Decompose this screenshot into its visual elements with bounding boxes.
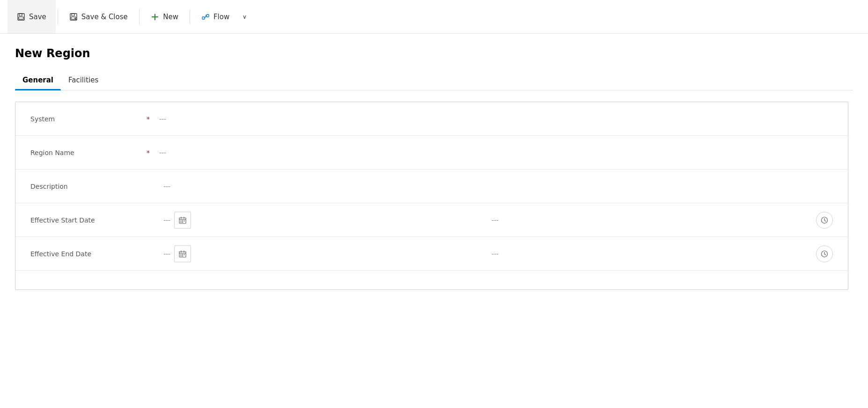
svg-rect-30 xyxy=(182,255,183,256)
region-name-value[interactable]: --- xyxy=(150,149,833,156)
page-title: New Region xyxy=(15,47,853,60)
system-row: System * --- xyxy=(15,102,848,136)
save-label: Save xyxy=(29,13,46,21)
save-close-icon xyxy=(69,13,78,21)
effective-end-time-button[interactable] xyxy=(816,245,833,262)
flow-icon xyxy=(201,13,210,21)
new-button[interactable]: + New xyxy=(141,0,188,33)
effective-end-date-row: Effective End Date --- xyxy=(15,237,848,271)
effective-start-time-value[interactable]: --- xyxy=(492,216,812,224)
tab-general[interactable]: General xyxy=(15,71,61,90)
svg-rect-14 xyxy=(181,220,182,221)
region-name-required-indicator: * xyxy=(147,149,150,156)
flow-dropdown-button[interactable]: ∨ xyxy=(239,0,250,33)
svg-rect-26 xyxy=(181,254,182,255)
svg-rect-15 xyxy=(182,220,183,221)
description-value[interactable]: --- xyxy=(143,183,833,190)
effective-start-date-label: Effective Start Date xyxy=(30,216,143,224)
effective-end-date-label: Effective End Date xyxy=(30,250,143,258)
calendar-icon xyxy=(179,216,186,224)
page-content: New Region General Facilities System * -… xyxy=(0,34,868,303)
svg-rect-27 xyxy=(182,254,183,255)
flow-group: Flow ∨ xyxy=(192,0,250,33)
new-label: New xyxy=(163,13,178,21)
save-button[interactable]: Save xyxy=(7,0,56,33)
svg-rect-17 xyxy=(181,222,182,223)
clock-icon xyxy=(821,216,828,224)
effective-end-date-calendar-button[interactable] xyxy=(174,245,191,262)
effective-start-date-value[interactable]: --- xyxy=(143,216,170,224)
svg-rect-4 xyxy=(72,14,74,16)
svg-line-21 xyxy=(824,220,826,221)
toolbar-divider-1 xyxy=(58,9,58,24)
effective-start-date-row: Effective Start Date --- xyxy=(15,203,848,237)
effective-start-time-button[interactable] xyxy=(816,212,833,229)
effective-start-date-section: --- xyxy=(143,212,833,229)
svg-rect-18 xyxy=(182,222,183,223)
system-required-indicator: * xyxy=(147,115,150,123)
region-name-row: Region Name * --- xyxy=(15,136,848,170)
system-value[interactable]: --- xyxy=(150,115,833,123)
region-name-label: Region Name xyxy=(30,149,143,156)
effective-end-date-part: --- xyxy=(143,245,484,262)
svg-rect-7 xyxy=(202,17,205,19)
system-label: System xyxy=(30,115,143,123)
toolbar: Save Save & Close + New Flow ∨ xyxy=(0,0,868,34)
empty-row xyxy=(15,271,848,289)
effective-end-time-part: --- xyxy=(492,245,833,262)
tabs: General Facilities xyxy=(15,71,853,90)
description-row: Description --- xyxy=(15,170,848,203)
effective-start-time-part: --- xyxy=(492,212,833,229)
clock-icon-2 xyxy=(821,250,828,258)
description-label: Description xyxy=(30,183,143,190)
new-plus-icon: + xyxy=(151,12,159,22)
toolbar-divider-2 xyxy=(139,9,140,24)
effective-start-date-part: --- xyxy=(143,212,484,229)
form-container: System * --- Region Name * --- Descripti… xyxy=(15,102,848,290)
svg-rect-2 xyxy=(19,17,23,19)
toolbar-divider-3 xyxy=(190,9,190,24)
effective-end-date-section: --- xyxy=(143,245,833,262)
flow-button[interactable]: Flow xyxy=(192,0,239,33)
svg-rect-16 xyxy=(184,220,185,221)
effective-end-time-value[interactable]: --- xyxy=(492,250,812,258)
chevron-down-icon: ∨ xyxy=(243,14,247,20)
tab-facilities[interactable]: Facilities xyxy=(61,71,106,90)
svg-line-33 xyxy=(824,254,826,255)
calendar-icon-2 xyxy=(179,250,186,258)
svg-rect-29 xyxy=(181,255,182,256)
save-icon xyxy=(17,13,25,21)
flow-label: Flow xyxy=(213,13,229,21)
svg-rect-28 xyxy=(184,254,185,255)
effective-end-date-value[interactable]: --- xyxy=(143,250,170,258)
save-close-button[interactable]: Save & Close xyxy=(60,0,137,33)
effective-start-date-calendar-button[interactable] xyxy=(174,212,191,229)
save-close-label: Save & Close xyxy=(81,13,128,21)
svg-rect-1 xyxy=(19,14,22,16)
